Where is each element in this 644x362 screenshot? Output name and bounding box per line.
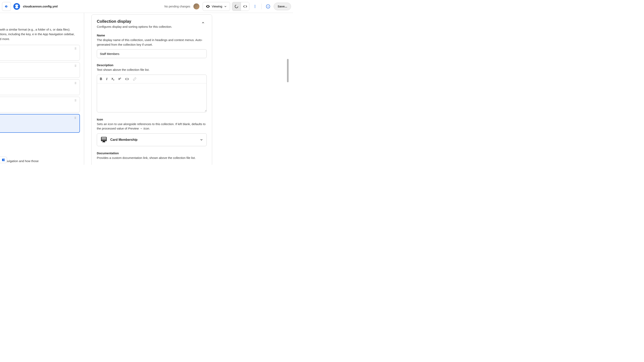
scrollbar-thumb[interactable]	[287, 59, 288, 82]
visual-mode-button[interactable]	[232, 2, 241, 11]
info-button[interactable]	[264, 3, 272, 10]
panel-collapse-tab[interactable]	[0, 157, 7, 163]
documentation-help: Provides a custom documentation link, sh…	[97, 156, 207, 160]
name-label: Name	[97, 33, 207, 37]
drag-handle-icon[interactable]: ⠿	[74, 48, 77, 49]
rte-toolbar: B I X2 X2	[97, 75, 206, 83]
drag-handle-icon[interactable]: ⠿	[74, 117, 77, 119]
superscript-button[interactable]: X2	[118, 76, 122, 81]
code-inline-button[interactable]	[125, 76, 129, 82]
svg-point-5	[235, 5, 238, 8]
app-header: cloudcannon.config.yml No pending change…	[0, 0, 293, 13]
code-icon	[125, 77, 129, 81]
description-help: Text shown above the collection file lis…	[97, 67, 207, 72]
groups-heading: ps	[0, 149, 80, 153]
view-mode-label: Viewing	[212, 5, 222, 8]
link-icon	[133, 77, 136, 81]
bold-button[interactable]: B	[100, 76, 103, 82]
icon-select-label: Card Membership	[110, 138, 197, 142]
app-logo	[13, 2, 20, 10]
rich-text-editor: B I X2 X2	[97, 75, 207, 112]
svg-point-4	[18, 5, 20, 7]
more-menu-button[interactable]	[251, 3, 258, 10]
svg-rect-13	[4, 159, 5, 161]
groups-description: ns are shown in the site navigation and …	[0, 159, 80, 163]
eye-icon	[206, 4, 210, 9]
name-help: The display name of this collection, use…	[97, 38, 207, 47]
name-input[interactable]	[97, 49, 207, 58]
panel-icon	[2, 158, 5, 162]
editor-mode-toggle	[232, 2, 249, 11]
file-name: cloudcannon.config.yml	[23, 5, 58, 8]
collapse-section-button[interactable]	[200, 19, 207, 26]
collection-card[interactable]: t/blog ⠿	[0, 62, 80, 78]
drag-handle-icon[interactable]: ⠿	[74, 100, 77, 101]
documentation-field: Documentation Provides a custom document…	[97, 151, 207, 165]
sidebar: collections group of related files with …	[0, 13, 84, 165]
description-label: Description	[97, 63, 207, 67]
icon-field: Icon Sets an icon to use alongside refer…	[97, 118, 207, 146]
name-field: Name The display name of this collection…	[97, 33, 207, 58]
drag-handle-icon[interactable]: ⠿	[74, 65, 77, 67]
collection-card-selected[interactable]: s Members t/staff-members ⠿	[0, 114, 80, 133]
card-membership-icon	[100, 136, 108, 143]
italic-button[interactable]: I	[106, 76, 108, 82]
user-avatar[interactable]	[194, 3, 200, 9]
section-title: Collection display	[97, 19, 172, 24]
collections-description: group of related files with a similar fo…	[0, 27, 80, 41]
section-description: Configures display and sorting options f…	[97, 25, 172, 28]
main-panel: Collection display Configures display an…	[84, 13, 293, 165]
svg-point-11	[268, 5, 268, 6]
documentation-label: Documentation	[97, 151, 207, 155]
description-field: Description Text shown above the collect…	[97, 63, 207, 112]
svg-point-7	[255, 6, 256, 7]
save-button[interactable]: Save...	[274, 2, 291, 10]
drag-handle-icon[interactable]: ⠿	[74, 82, 77, 84]
loader-icon	[234, 4, 239, 9]
icon-label: Icon	[97, 118, 207, 121]
back-button[interactable]	[2, 2, 11, 11]
collection-display-section: Collection display Configures display an…	[91, 14, 212, 165]
collection-card[interactable]: cts t/products ⠿	[0, 79, 80, 95]
pending-changes-label: No pending changes	[164, 5, 190, 8]
svg-point-6	[255, 5, 256, 5]
svg-point-8	[255, 7, 256, 8]
collection-card[interactable]: ⠿	[0, 97, 80, 112]
icon-select[interactable]: Card Membership	[97, 133, 207, 146]
chevron-up-icon	[201, 21, 205, 24]
subscript-button[interactable]: X2	[111, 76, 115, 82]
icon-help: Sets an icon to use alongside references…	[97, 122, 207, 131]
dots-vertical-icon	[253, 4, 257, 8]
code-mode-button[interactable]	[241, 2, 249, 11]
chevron-down-icon	[224, 5, 227, 8]
description-textarea[interactable]	[97, 83, 206, 112]
svg-point-3	[14, 5, 16, 7]
collection-card[interactable]: t ⠿	[0, 45, 80, 60]
chevron-down-icon	[200, 138, 203, 142]
view-mode-dropdown[interactable]: Viewing	[203, 2, 230, 11]
code-icon	[243, 4, 247, 8]
link-button[interactable]	[132, 76, 137, 82]
info-icon	[266, 4, 270, 9]
